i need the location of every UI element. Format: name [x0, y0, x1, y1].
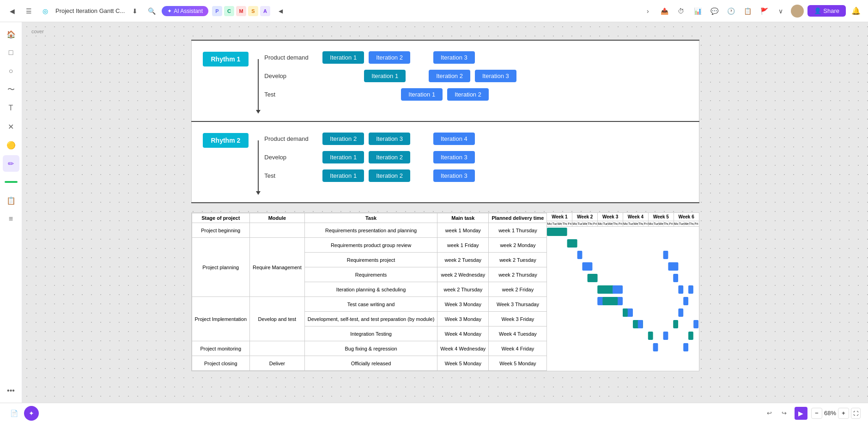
planned-cell: Week 4 Friday	[489, 341, 547, 356]
chip: Iteration 1	[364, 70, 406, 82]
sidebar-lines-icon[interactable]: ≡	[3, 211, 19, 227]
planned-cell: Week 5 Monday	[489, 356, 547, 371]
main-task-cell: Week 4 Monday	[437, 326, 489, 341]
sidebar-sticky-icon[interactable]: 🟡	[3, 137, 19, 153]
planned-cell: Week 4 Tuesday	[489, 326, 547, 341]
zoom-in-button[interactable]: +	[838, 408, 849, 419]
template-icon[interactable]: 📋	[741, 5, 754, 18]
canvas-area[interactable]: cover Rhythm 1	[22, 22, 868, 403]
task-cell: Requirements product group review	[304, 238, 437, 253]
plugin-icons: P C M S A	[212, 6, 270, 16]
share-button[interactable]: 👤 Share	[807, 5, 846, 17]
task-cell: Officially released	[304, 356, 437, 371]
present-icon[interactable]: 📊	[691, 5, 704, 18]
sidebar-pen-icon[interactable]: ✏	[3, 155, 19, 172]
play-button[interactable]: ▶	[795, 407, 807, 420]
gantt-bars-svg	[547, 227, 698, 370]
week2-header: Week 2	[572, 213, 598, 221]
toolbar-right: › 📤 ⏱ 📊 💬 🕐 📋 🚩 ∨ 👤 Share 🔔	[641, 5, 862, 18]
history-icon[interactable]: 🕐	[724, 5, 737, 18]
main-task-cell: Week 4 Wednesday	[437, 341, 489, 356]
pages-icon[interactable]: 📄	[7, 407, 20, 420]
timer-icon[interactable]: ⏱	[674, 5, 687, 18]
gantt-body	[547, 227, 698, 371]
ai-bottom-icon[interactable]: ✦	[24, 406, 39, 421]
rhythm1-test-row: Test Iteration 1 Iteration 2	[264, 85, 687, 103]
notification-icon[interactable]: 🔔	[850, 5, 862, 18]
planned-cell: week 2 Friday	[489, 282, 547, 297]
week4-header: Week 4	[623, 213, 649, 221]
rhythm2-rows: Product demand Iteration 2 Iteration 3 I…	[264, 129, 687, 185]
task-cell: Requirements project	[304, 253, 437, 267]
rhythm1-arrow	[256, 59, 261, 114]
rhythm2-product-row: Product demand Iteration 2 Iteration 3 I…	[264, 129, 687, 148]
chip: Iteration 2	[322, 133, 364, 145]
task-cell: Development, self-test, and test prepara…	[304, 312, 437, 326]
sidebar-green-bar	[3, 174, 19, 190]
download-icon[interactable]: ⬇	[128, 5, 141, 18]
chip: Iteration 3	[433, 51, 475, 64]
sidebar-line-icon[interactable]: 〜	[3, 81, 19, 98]
ai-assistant-label: AI Assistant	[174, 8, 203, 14]
gantt-section: Stage of project Module Task Main task P…	[191, 212, 699, 371]
sidebar-list-icon[interactable]: 📋	[3, 192, 19, 209]
doc-icon: ◎	[39, 5, 52, 18]
toolbar-arrow-icon[interactable]: ›	[641, 5, 654, 18]
table-row: Project monitoring Bug fixing & regressi…	[192, 341, 547, 356]
publish-icon[interactable]: 📤	[658, 5, 671, 18]
rhythm1-label: Rhythm 1	[203, 52, 249, 66]
rhythm2-test-row: Test Iteration 1 Iteration 2 Iteration 3	[264, 166, 687, 185]
svg-rect-2	[577, 251, 583, 259]
main-task-cell: week 2 Thursday	[437, 282, 489, 297]
chip: Iteration 2	[429, 70, 470, 82]
sidebar-home-icon[interactable]: 🏠	[3, 26, 19, 42]
zoom-out-button[interactable]: −	[811, 408, 822, 419]
rhythm1-product-row: Product demand Iteration 1 Iteration 2 I…	[264, 48, 687, 66]
undo-button[interactable]: ↩	[763, 407, 776, 420]
redo-button[interactable]: ↪	[778, 407, 791, 420]
chip: Iteration 1	[322, 169, 364, 182]
back-button[interactable]: ◀	[6, 5, 18, 18]
fit-button[interactable]: ⛶	[851, 408, 861, 419]
main-task-cell: Week 5 Monday	[437, 356, 489, 371]
table-row: Project beginning Requirements presentat…	[192, 223, 547, 238]
rhythm1-block: Rhythm 1 Product demand Iteration 1	[191, 41, 699, 121]
svg-rect-17	[684, 297, 689, 305]
more-plugins-icon[interactable]: ◀	[274, 5, 287, 18]
chip: Iteration 3	[433, 151, 475, 163]
chip: Iteration 3	[475, 70, 516, 82]
search-icon[interactable]: 🔍	[145, 5, 158, 18]
plugin-p: P	[212, 6, 222, 16]
ai-assistant-button[interactable]: ✦ AI Assistant	[162, 6, 208, 16]
svg-rect-25	[694, 320, 699, 328]
planned-cell: week 2 Monday	[489, 238, 547, 253]
flag-icon[interactable]: 🚩	[758, 5, 771, 18]
rhythm1-develop-label: Develop	[264, 73, 315, 79]
chevron-down-icon[interactable]: ∨	[774, 5, 787, 18]
col-main-task: Main task	[437, 213, 489, 223]
toolbar-left: ◀ ☰ ◎ Project Iteration Gantt C... ⬇ 🔍 ✦…	[6, 5, 637, 18]
rhythm2-product-chips: Iteration 2 Iteration 3 Iteration 4	[322, 133, 474, 145]
table-row: Project Implementation Develop and test …	[192, 297, 547, 312]
sidebar-text-icon[interactable]: T	[3, 100, 19, 116]
planned-cell: week 2 Tuesday	[489, 253, 547, 267]
rhythm2-develop-label: Develop	[264, 154, 315, 161]
svg-rect-8	[603, 297, 618, 305]
bottom-left: 📄 ✦	[7, 406, 39, 421]
sidebar-connection-icon[interactable]: ✕	[3, 118, 19, 135]
menu-icon[interactable]: ☰	[22, 5, 35, 18]
rhythm2-test-chips: Iteration 1 Iteration 2 Iteration 3	[322, 169, 474, 182]
rhythm1-rows: Product demand Iteration 1 Iteration 2 I…	[264, 48, 687, 103]
sidebar-frame-icon[interactable]: □	[3, 44, 19, 61]
comment-icon[interactable]: 💬	[708, 5, 721, 18]
module-cell: Develop and test	[250, 297, 305, 341]
main-task-cell: Week 3 Monday	[437, 297, 489, 312]
day-headers: Mon Tue Wed Thu Fri Mon Tue Wed Thu Fri …	[547, 221, 698, 227]
svg-rect-3	[583, 262, 593, 271]
main-task-cell: week 2 Tuesday	[437, 253, 489, 267]
chip: Iteration 2	[369, 169, 410, 182]
sidebar-shape-icon[interactable]: ○	[3, 63, 19, 79]
sidebar-more-icon[interactable]: •••	[3, 382, 19, 399]
svg-rect-23	[653, 343, 658, 351]
planned-cell: Week 3 Thursaday	[489, 297, 547, 312]
